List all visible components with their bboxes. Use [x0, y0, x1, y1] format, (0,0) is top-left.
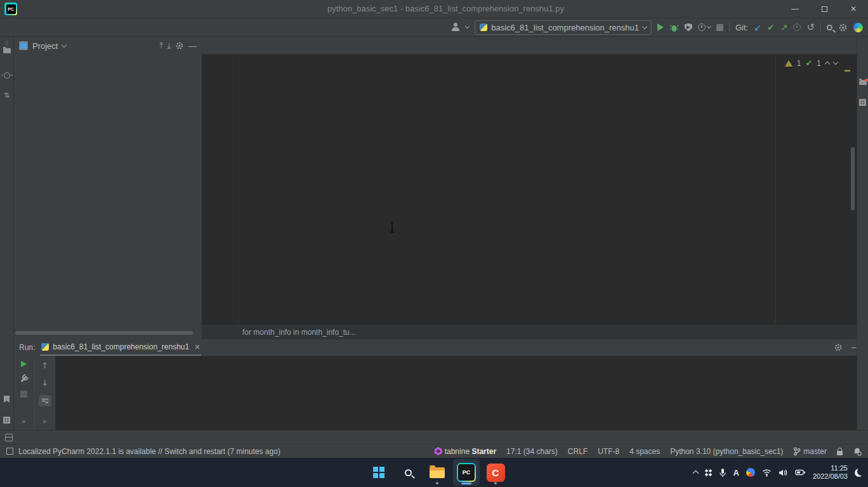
python-interpreter[interactable]: Python 3.10 (python_basic_sec1): [670, 447, 783, 456]
tray-expand-icon[interactable]: [692, 471, 699, 477]
run-tab[interactable]: basic6_81_list_comprehension_renshu1 ✕: [40, 339, 201, 356]
file-encoding[interactable]: UTF-8: [598, 447, 619, 456]
tabnine-label: tabnine: [445, 447, 470, 456]
run-panel: Run: basic6_81_list_comprehension_renshu…: [14, 339, 868, 430]
project-panel: Project ⤒ ⤓ —: [14, 37, 202, 339]
indent-style[interactable]: 4 spaces: [629, 447, 660, 456]
context-line-text[interactable]: for month_info in month_info_tu...: [242, 328, 356, 337]
rollback-icon[interactable]: ↺: [806, 23, 815, 32]
error-stripe-mark[interactable]: [845, 70, 850, 72]
inspections-widget[interactable]: 1 ✔ 1: [785, 58, 838, 68]
ide-plugin-icon[interactable]: [853, 23, 863, 32]
battery-icon[interactable]: [795, 469, 806, 476]
structure-icon: [3, 417, 10, 424]
chevron-down-icon[interactable]: [62, 42, 67, 47]
run-configuration-label: basic6_81_list_comprehension_renshu1: [491, 23, 639, 32]
ime-indicator[interactable]: A: [733, 468, 739, 477]
stop-button[interactable]: [716, 24, 723, 31]
separator: [729, 22, 730, 32]
volume-icon[interactable]: [779, 469, 788, 477]
separator: [820, 22, 821, 32]
status-bar: Localized PyCharm 2022.1.1 is available …: [0, 444, 868, 458]
rerun-button[interactable]: [21, 361, 27, 367]
expand-all-icon[interactable]: ⤒: [159, 41, 162, 50]
wifi-icon[interactable]: [762, 469, 772, 477]
chevron-down-icon: [642, 23, 647, 29]
git-branch-widget[interactable]: master: [793, 447, 827, 456]
soft-wrap-icon[interactable]: [39, 395, 51, 406]
camtasia-icon: C: [487, 464, 505, 482]
hide-panel-icon[interactable]: —: [188, 41, 197, 51]
git-commit-icon[interactable]: ✔: [767, 23, 775, 32]
window-title: python_basic_sec1 - basic6_81_list_compr…: [327, 0, 564, 18]
run-with-coverage-icon[interactable]: [685, 23, 692, 32]
lock-icon[interactable]: [837, 451, 843, 455]
git-push-icon[interactable]: ↗: [780, 23, 788, 32]
stop-button[interactable]: [20, 391, 27, 398]
horizontal-scrollbar[interactable]: [15, 331, 193, 335]
prev-issue-icon[interactable]: [825, 62, 830, 67]
minimize-button[interactable]: —: [780, 0, 810, 18]
maximize-button[interactable]: [810, 0, 839, 18]
run-console[interactable]: [56, 356, 868, 430]
gutter-divider: [239, 56, 239, 324]
edit-configuration-icon[interactable]: [20, 375, 28, 383]
dropbox-icon[interactable]: [705, 469, 712, 476]
git-history-icon[interactable]: [793, 23, 801, 31]
start-button[interactable]: [365, 459, 392, 486]
git-update-icon[interactable]: ↙: [754, 23, 761, 32]
run-toolbar: » ↑ ↓ »: [14, 356, 56, 430]
line-separator[interactable]: CRLF: [568, 447, 588, 456]
run-button[interactable]: [657, 23, 664, 31]
close-icon[interactable]: ✕: [194, 343, 200, 351]
debug-icon[interactable]: [669, 23, 679, 32]
run-panel-label: Run:: [19, 343, 35, 352]
browser-profile-icon[interactable]: [746, 468, 755, 477]
project-view-icon: [19, 41, 28, 50]
more-actions[interactable]: »: [22, 418, 26, 425]
close-button[interactable]: ✕: [839, 0, 868, 18]
profiler-button[interactable]: [698, 23, 711, 31]
notifications-bell-icon[interactable]: [859, 80, 867, 85]
search-everywhere-icon[interactable]: [827, 25, 832, 30]
next-issue-icon[interactable]: [833, 60, 838, 65]
tool-window-switcher-icon[interactable]: [5, 434, 13, 441]
tabnine-plan: Starter: [471, 447, 496, 456]
caret-position[interactable]: 17:1 (34 chars): [506, 447, 558, 456]
file-explorer-button[interactable]: [424, 459, 450, 486]
camtasia-taskbar-button[interactable]: C: [482, 459, 509, 486]
maximize-icon: [822, 6, 827, 12]
editor-scrollbar[interactable]: [851, 147, 855, 211]
code-editor[interactable]: [202, 56, 857, 324]
notifications-gear-icon[interactable]: [853, 447, 862, 456]
taskbar-clock[interactable]: 11:25 2022/08/03: [813, 464, 848, 481]
project-settings-gear-icon[interactable]: [175, 41, 184, 50]
more-actions[interactable]: »: [43, 418, 47, 425]
status-window-icon[interactable]: [6, 448, 13, 455]
user-icon[interactable]: [451, 23, 460, 32]
pycharm-logo-icon: PC: [4, 3, 17, 15]
run-configuration-select[interactable]: basic6_81_list_comprehension_renshu1: [475, 20, 652, 35]
status-message[interactable]: Localized PyCharm 2022.1.1 is available …: [18, 447, 280, 456]
stripe-project-tab[interactable]: [6, 41, 8, 46]
tabnine-widget[interactable]: tabnine Starter: [435, 447, 496, 456]
running-indicator: [436, 482, 438, 484]
clock-time: 11:25: [813, 464, 848, 472]
up-stack-trace-icon[interactable]: ↑: [41, 361, 48, 370]
user-chevron-icon: [465, 24, 470, 29]
collapse-all-icon[interactable]: ⤓: [168, 41, 171, 50]
active-indicator: [461, 483, 471, 484]
taskbar-search-button[interactable]: [395, 459, 421, 486]
run-settings-gear-icon[interactable]: [834, 343, 843, 352]
project-panel-title[interactable]: Project: [32, 41, 58, 51]
clock-date: 2022/08/03: [813, 472, 848, 481]
sciview-icon: [859, 99, 866, 106]
navigation-bar: basic6_81_list_comprehension_renshu1 Git…: [0, 18, 868, 37]
night-light-icon[interactable]: [855, 469, 863, 477]
warning-count: 1: [797, 59, 801, 68]
pycharm-taskbar-button[interactable]: PC: [453, 459, 480, 486]
microphone-icon[interactable]: [719, 468, 727, 477]
settings-gear-icon[interactable]: [838, 23, 848, 32]
git-label: Git:: [735, 23, 748, 32]
down-stack-trace-icon[interactable]: ↓: [41, 378, 48, 387]
